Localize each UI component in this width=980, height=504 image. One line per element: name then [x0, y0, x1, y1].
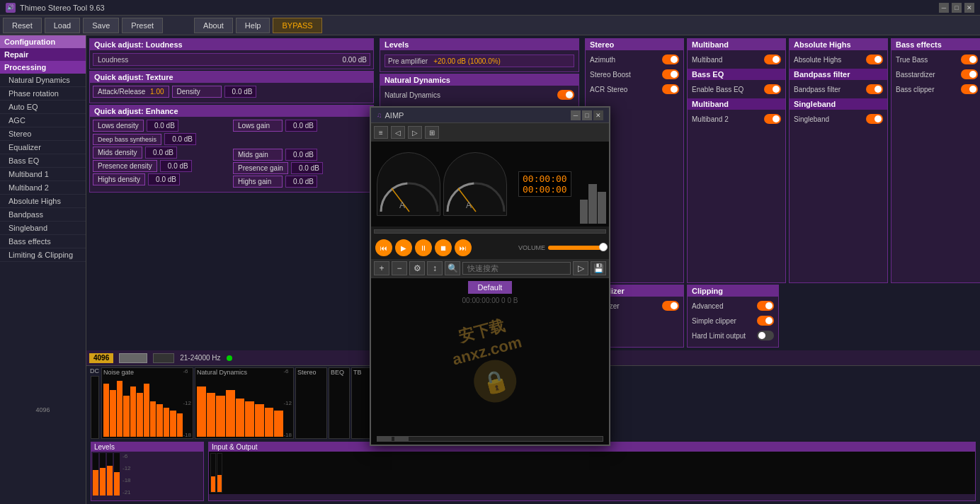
sidebar-item-natural-dynamics[interactable]: Natural Dynamics — [0, 74, 86, 87]
volume-label: VOLUME — [518, 244, 545, 251]
playlist-sort-btn[interactable]: ↕ — [427, 261, 443, 275]
play-btn[interactable]: ▶ — [395, 239, 412, 256]
ng-bar1 — [103, 384, 109, 437]
sidebar-item-bass-eq[interactable]: Bass EQ — [0, 154, 86, 168]
sidebar-item-configuration[interactable]: Configuration — [0, 35, 86, 48]
azimuth-toggle[interactable] — [662, 55, 679, 64]
deep-bass-label[interactable]: Deep bass synthesis — [93, 134, 161, 145]
hard-limit-toggle[interactable] — [757, 331, 774, 340]
buffer-slider[interactable] — [119, 353, 147, 363]
stereo-boost-toggle[interactable] — [662, 69, 679, 79]
acr-stereo-toggle[interactable] — [662, 84, 679, 94]
buffer-size-indicator: 4096 — [89, 353, 113, 363]
load-button[interactable]: Load — [45, 18, 80, 33]
buffer-slider2[interactable] — [153, 353, 174, 363]
sidebar-item-auto-eq[interactable]: Auto EQ — [0, 101, 86, 114]
bandpass-toggle[interactable] — [866, 84, 883, 94]
sidebar-item-processing[interactable]: Processing — [0, 61, 86, 74]
multiband-toggle[interactable] — [764, 55, 781, 64]
playlist-settings-btn[interactable]: ⚙ — [409, 261, 425, 275]
loudness-slider[interactable]: Loudness 0.00 dB — [93, 53, 370, 66]
presence-density-label[interactable]: Presence density — [93, 160, 157, 172]
overlay-maximize-btn[interactable]: □ — [582, 110, 592, 120]
sidebar-item-absolute-highs[interactable]: Absolute Highs — [0, 195, 86, 208]
playlist-scrollbar[interactable] — [377, 436, 603, 442]
lows-density-label[interactable]: Lows density — [93, 120, 144, 132]
bass-clipper-toggle[interactable] — [961, 84, 978, 94]
simple-clipper-toggle[interactable] — [757, 316, 774, 326]
close-button[interactable]: ✕ — [964, 3, 974, 13]
true-bass-toggle[interactable] — [961, 55, 978, 64]
mids-gain-label[interactable]: Mids gain — [233, 149, 283, 161]
bandpass-row: Bandpass filter — [792, 83, 884, 96]
playlist-search-btn[interactable]: 🔍 — [445, 261, 460, 275]
sidebar-item-stereo[interactable]: Stereo — [0, 127, 86, 141]
scroll-tab-1[interactable] — [377, 437, 392, 441]
sidebar-item-agc[interactable]: AGC — [0, 114, 86, 127]
minimize-button[interactable]: ─ — [939, 3, 949, 13]
reset-button[interactable]: Reset — [3, 18, 42, 33]
highs-gain-label[interactable]: Highs gain — [233, 176, 283, 188]
absolute-highs-toggle[interactable] — [866, 55, 883, 64]
nd-scale-6: -6 — [283, 368, 292, 374]
player-btn-1[interactable]: ≡ — [374, 126, 388, 139]
sidebar-item-limiting-clipping[interactable]: Limiting & Clipping — [0, 248, 86, 262]
pause-btn[interactable]: ⏸ — [415, 239, 432, 256]
multiband2-toggle[interactable] — [764, 114, 781, 124]
play-next-btn[interactable]: ⏭ — [455, 239, 472, 256]
equalizer-toggle[interactable] — [662, 301, 679, 311]
level-bar-4 — [114, 453, 120, 496]
maximize-button[interactable]: □ — [952, 3, 962, 13]
density-label[interactable]: Density — [172, 86, 222, 98]
highs-density-label[interactable]: Highs density — [93, 173, 145, 185]
mids-density-label[interactable]: Mids density — [93, 147, 142, 159]
playlist-arrow-btn[interactable]: ▷ — [573, 261, 588, 275]
volume-slider[interactable] — [548, 246, 605, 250]
sidebar-item-multiband2[interactable]: Multiband 2 — [0, 181, 86, 195]
sidebar-item-bass-effects[interactable]: Bass effects — [0, 235, 86, 248]
advanced-toggle[interactable] — [757, 301, 774, 311]
default-playlist-tab[interactable]: Default — [468, 281, 513, 294]
player-btn-3[interactable]: ▷ — [408, 126, 422, 139]
playlist-add-btn[interactable]: + — [374, 261, 389, 275]
module-row1: Stereo Azimuth Stereo Boost ACR Stereo — [585, 38, 977, 283]
watermark-overlay: 安下载anxz.com 🔒 — [445, 312, 535, 411]
lows-gain-label[interactable]: Lows gain — [233, 120, 283, 132]
basstardizer-toggle[interactable] — [961, 69, 978, 79]
aimp-overlay: ♫ AIMP ─ □ ✕ ≡ ◁ ▷ ⊞ — [370, 106, 610, 446]
preset-button[interactable]: Preset — [122, 18, 163, 33]
sidebar-item-multiband1[interactable]: Multiband 1 — [0, 168, 86, 181]
player-btn-4[interactable]: ⊞ — [425, 126, 439, 139]
bypass-button[interactable]: BYPASS — [273, 18, 321, 33]
seek-bar[interactable] — [374, 229, 606, 234]
beq-spectrum-panel: BEQ — [329, 367, 350, 439]
playlist-save-btn[interactable]: 💾 — [591, 261, 606, 275]
nd-bar6 — [245, 401, 254, 437]
play-prev-btn[interactable]: ⏮ — [375, 239, 392, 256]
attack-label[interactable]: Attack/Release 1.00 — [93, 86, 169, 98]
natural-dynamics-toggle[interactable] — [557, 90, 574, 100]
sidebar-item-singleband[interactable]: Singleband — [0, 222, 86, 235]
player-btn-2[interactable]: ◁ — [391, 126, 405, 139]
presence-gain-label[interactable]: Presence gain — [233, 162, 288, 174]
about-button[interactable]: About — [194, 18, 233, 33]
singleband-toggle[interactable] — [866, 114, 883, 124]
sidebar-item-phase-rotation[interactable]: Phase rotation — [0, 87, 86, 101]
overlay-close-btn[interactable]: ✕ — [593, 110, 603, 120]
quick-adjust-loudness: Quick adjust: Loudness Loudness 0.00 dB — [89, 38, 374, 69]
ng-scale-6: -6 — [183, 368, 191, 374]
noise-gate-bars — [103, 378, 183, 437]
help-button[interactable]: Help — [236, 18, 270, 33]
stop-btn[interactable]: ⏹ — [435, 239, 452, 256]
pre-amp-bar[interactable]: Pre amplifier +20.00 dB (1000.0%) — [384, 55, 574, 67]
playlist-search-input[interactable] — [462, 262, 571, 275]
sidebar-item-bandpass[interactable]: Bandpass — [0, 208, 86, 222]
playlist-remove-btn[interactable]: − — [392, 261, 407, 275]
sidebar-item-equalizer[interactable]: Equalizer — [0, 141, 86, 154]
overlay-minimize-btn[interactable]: ─ — [571, 110, 581, 120]
nd-bar4 — [226, 390, 235, 437]
save-button[interactable]: Save — [83, 18, 119, 33]
sidebar-item-repair[interactable]: Repair — [0, 48, 86, 61]
bass-eq-toggle[interactable] — [764, 84, 781, 94]
scroll-tab-2[interactable] — [394, 437, 409, 441]
